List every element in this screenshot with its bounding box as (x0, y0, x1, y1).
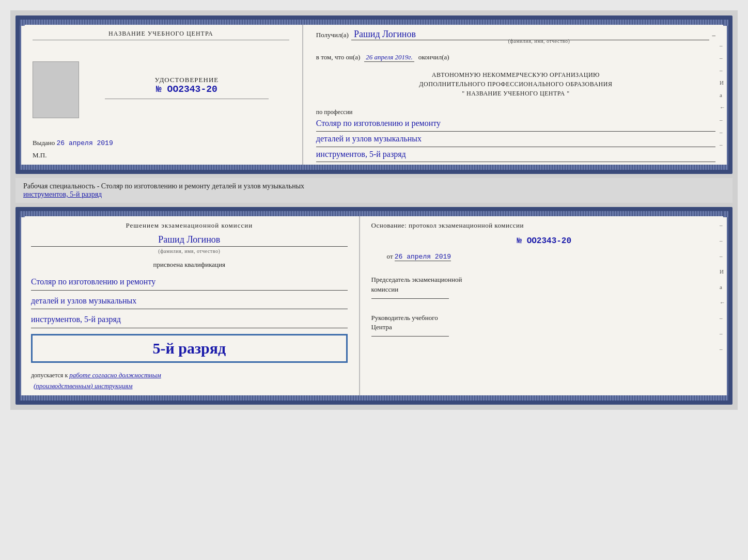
page-container: НАЗВАНИЕ УЧЕБНОГО ЦЕНТРА УДОСТОВЕРЕНИЕ №… (10, 10, 738, 410)
commission-name: Рашид Логинов (31, 233, 348, 247)
diploma-top: НАЗВАНИЕ УЧЕБНОГО ЦЕНТРА УДОСТОВЕРЕНИЕ №… (15, 15, 733, 174)
profession-line2: деталей и узлов музыкальных (316, 132, 715, 147)
cert-block: УДОСТОВЕРЕНИЕ № OO2343-20 (84, 76, 289, 103)
director-block: Руководитель учебного Центра (371, 313, 717, 337)
qual-line1: Столяр по изготовлению и ремонту (31, 274, 348, 290)
osnovaniye: Основание: протокол экзаменационной коми… (371, 221, 717, 230)
chairman-label1: Председатель экзаменационной (371, 275, 717, 284)
profession-block: по профессии Столяр по изготовлению и ре… (316, 106, 715, 162)
middle-text: Рабочая специальность - Столяр по изгото… (15, 178, 733, 203)
side-marks-bottom: – – – И а ← – – – (720, 222, 725, 352)
recipient-row: Получил(а) Рашид Логинов – (фамилия, имя… (316, 29, 715, 44)
diploma-bottom-right: Основание: протокол экзаменационной коми… (360, 211, 728, 400)
admit-line2: (производственным) инструкциям (34, 382, 348, 390)
director-label1: Руководитель учебного (371, 313, 717, 323)
issued-line: Выдано 26 апреля 2019 (33, 139, 289, 147)
diploma-top-left: НАЗВАНИЕ УЧЕБНОГО ЦЕНТРА УДОСТОВЕРЕНИЕ №… (20, 20, 303, 170)
diploma-top-right: Получил(а) Рашид Логинов – (фамилия, имя… (303, 20, 728, 170)
date-value: 26 апреля 2019г. (364, 53, 414, 62)
director-label2: Центра (371, 323, 717, 332)
side-marks-top: – – – И а ← – – – (720, 42, 725, 148)
diploma-bottom: Решением экзаменационной комиссии Рашид … (15, 207, 733, 404)
date-line: в том, что он(а) 26 апреля 2019г. окончи… (316, 53, 715, 62)
cert-label: УДОСТОВЕРЕНИЕ (84, 76, 289, 84)
recipient-prefix: Получил(а) (316, 31, 349, 39)
qual-line3: инструментов, 5-й разряд (31, 312, 348, 328)
protocol-number: № OO2343-20 (371, 236, 717, 246)
from-date: от 26 апреля 2019 (371, 252, 717, 261)
chairman-label2: комиссии (371, 285, 717, 294)
fio-hint-bottom: (фамилия, имя, отчество) (31, 248, 348, 254)
cert-number: № OO2343-20 (84, 84, 289, 94)
chairman-block: Председатель экзаменационной комиссии (371, 275, 717, 298)
big-rank-text: 5-й разряд (40, 340, 338, 357)
photo-placeholder (33, 61, 79, 118)
diploma-bottom-left: Решением экзаменационной комиссии Рашид … (20, 211, 360, 400)
admit-line: допускается к работе согласно должностны… (31, 371, 348, 379)
qual-line2: деталей и узлов музыкальных (31, 293, 348, 309)
profession-line1: Столяр по изготовлению и ремонту (316, 116, 715, 132)
chairman-signature (371, 298, 449, 299)
org-block: АВТОНОМНУЮ НЕКОММЕРЧЕСКУЮ ОРГАНИЗАЦИЮ ДО… (316, 70, 715, 98)
big-rank-box: 5-й разряд (31, 334, 348, 363)
profession-line3: инструментов, 5-й разряд (316, 147, 715, 163)
mp-label: М.П. (33, 151, 289, 159)
qualification-label: присвоена квалификация (31, 261, 348, 269)
center-name-top: НАЗВАНИЕ УЧЕБНОГО ЦЕНТРА (33, 30, 289, 40)
commission-title: Решением экзаменационной комиссии (31, 221, 348, 230)
director-signature (371, 336, 449, 337)
